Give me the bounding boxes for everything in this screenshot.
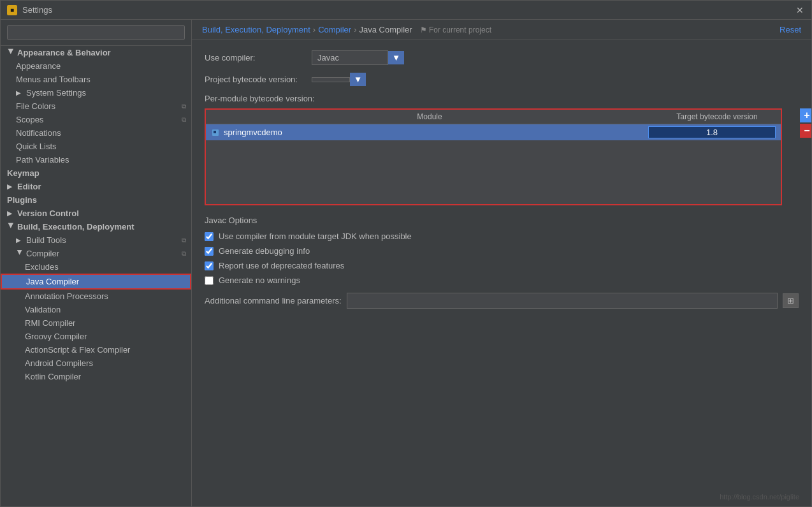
version-cell[interactable]: 1.8 bbox=[648, 126, 776, 138]
project-bytecode-dropdown-btn[interactable]: ▼ bbox=[350, 73, 366, 86]
titlebar: ■ Settings ✕ bbox=[1, 1, 811, 20]
sidebar-item-actionscript[interactable]: ActionScript & Flex Compiler bbox=[1, 343, 191, 356]
sidebar-item-label: Editor bbox=[17, 182, 41, 191]
breadcrumb-sep1: › bbox=[313, 25, 315, 34]
sidebar-item-editor[interactable]: ▶ Editor bbox=[1, 180, 191, 193]
checkbox-no-warnings: Generate no warnings bbox=[205, 276, 799, 285]
sidebar-item-label: Version Control bbox=[17, 209, 79, 218]
cmd-params-button[interactable]: ⊞ bbox=[783, 293, 799, 308]
sidebar-item-plugins[interactable]: Plugins bbox=[1, 193, 191, 207]
sidebar-item-label: File Colors bbox=[16, 101, 55, 111]
sidebar-item-validation[interactable]: Validation bbox=[1, 303, 191, 316]
copy-icon: ⧉ bbox=[182, 237, 186, 244]
sidebar-item-label: Java Compiler bbox=[26, 277, 79, 286]
cmd-params-input[interactable] bbox=[347, 293, 778, 309]
checkbox-use-compiler-jdk: Use compiler from module target JDK when… bbox=[205, 231, 799, 241]
arrow-icon: ▶ bbox=[8, 223, 15, 231]
reset-button[interactable]: Reset bbox=[779, 25, 801, 34]
add-row-button[interactable]: + bbox=[800, 108, 811, 122]
sidebar-item-excludes[interactable]: Excludes bbox=[1, 260, 191, 274]
app-icon: ■ bbox=[7, 5, 17, 15]
sidebar-item-path-variables[interactable]: Path Variables bbox=[1, 153, 191, 166]
sidebar-item-file-colors[interactable]: File Colors ⧉ bbox=[1, 99, 191, 113]
project-bytecode-select[interactable] bbox=[312, 77, 350, 82]
use-compiler-select-container: Javac ▼ bbox=[312, 50, 404, 65]
checkbox-generate-debug: Generate debugging info bbox=[205, 246, 799, 256]
sidebar-item-label: Android Compilers bbox=[25, 358, 93, 368]
sidebar-item-build-exec-deploy[interactable]: ▶ Build, Execution, Deployment bbox=[1, 220, 191, 233]
sidebar-item-label: Quick Lists bbox=[16, 142, 57, 151]
use-compiler-dropdown-btn[interactable]: ▼ bbox=[388, 51, 404, 64]
per-module-table: Module Target bytecode version springmvc… bbox=[205, 108, 782, 205]
sidebar: ▶ Appearance & Behavior Appearance Menus… bbox=[1, 20, 192, 506]
version-col-header: Target bytecode version bbox=[653, 110, 781, 124]
copy-icon: ⧉ bbox=[182, 116, 186, 124]
project-bytecode-select-container: ▼ bbox=[312, 73, 366, 86]
sidebar-item-compiler[interactable]: ▶ Compiler ⧉ bbox=[1, 247, 191, 260]
generate-debug-checkbox[interactable] bbox=[205, 247, 214, 256]
javac-options-title: Javac Options bbox=[205, 216, 799, 225]
search-input[interactable] bbox=[7, 25, 185, 40]
use-compiler-select[interactable]: Javac bbox=[312, 50, 388, 65]
project-bytecode-row: Project bytecode version: ▼ bbox=[205, 73, 799, 86]
watermark: http://blog.csdn.net/piglite bbox=[720, 493, 799, 501]
settings-window: ■ Settings ✕ ▶ Appearance & Behavior App… bbox=[0, 0, 812, 507]
sidebar-tree: ▶ Appearance & Behavior Appearance Menus… bbox=[1, 46, 191, 506]
sidebar-item-label: Plugins bbox=[7, 195, 37, 205]
arrow-icon: ▶ bbox=[16, 89, 24, 96]
sidebar-item-keymap[interactable]: Keymap bbox=[1, 166, 191, 180]
dropdown-arrow-icon: ▼ bbox=[354, 75, 362, 84]
sidebar-item-quick-lists[interactable]: Quick Lists bbox=[1, 140, 191, 153]
table-row[interactable]: springmvcdemo 1.8 bbox=[206, 124, 781, 140]
sidebar-item-label: Appearance & Behavior bbox=[17, 48, 111, 57]
cmd-params-row: Additional command line parameters: ⊞ bbox=[205, 293, 799, 309]
use-compiler-jdk-label: Use compiler from module target JDK when… bbox=[219, 231, 412, 241]
sidebar-item-label: Path Variables bbox=[16, 155, 69, 165]
breadcrumb-build[interactable]: Build, Execution, Deployment bbox=[202, 25, 310, 34]
sidebar-item-appearance-behavior[interactable]: ▶ Appearance & Behavior bbox=[1, 46, 191, 59]
sidebar-item-java-compiler[interactable]: Java Compiler bbox=[1, 274, 191, 290]
breadcrumb-current: Java Compiler bbox=[359, 25, 412, 34]
arrow-icon: ▶ bbox=[16, 237, 24, 244]
sidebar-item-appearance[interactable]: Appearance bbox=[1, 59, 191, 73]
generate-debug-label: Generate debugging info bbox=[219, 246, 310, 256]
sidebar-item-kotlin-compiler[interactable]: Kotlin Compiler bbox=[1, 370, 191, 383]
search-container bbox=[1, 20, 191, 46]
breadcrumb-compiler[interactable]: Compiler bbox=[318, 25, 351, 34]
sidebar-item-scopes[interactable]: Scopes ⧉ bbox=[1, 113, 191, 126]
sidebar-item-version-control[interactable]: ▶ Version Control bbox=[1, 207, 191, 220]
table-empty-area bbox=[206, 140, 781, 204]
sidebar-item-label: Build Tools bbox=[26, 235, 66, 245]
module-col-header: Module bbox=[206, 110, 653, 124]
main-content: ▶ Appearance & Behavior Appearance Menus… bbox=[1, 20, 811, 506]
sidebar-item-label: Appearance bbox=[16, 61, 61, 71]
project-bytecode-label: Project bytecode version: bbox=[205, 75, 307, 84]
sidebar-item-rmi-compiler[interactable]: RMI Compiler bbox=[1, 316, 191, 330]
sidebar-item-groovy-compiler[interactable]: Groovy Compiler bbox=[1, 330, 191, 343]
sidebar-item-label: ActionScript & Flex Compiler bbox=[25, 345, 130, 355]
checkbox-deprecated: Report use of deprecated features bbox=[205, 261, 799, 270]
module-name: springmvcdemo bbox=[224, 128, 648, 137]
deprecated-label: Report use of deprecated features bbox=[219, 261, 344, 270]
sidebar-item-label: Notifications bbox=[16, 128, 61, 138]
sidebar-item-build-tools[interactable]: ▶ Build Tools ⧉ bbox=[1, 233, 191, 247]
sidebar-item-menus-toolbars[interactable]: Menus and Toolbars bbox=[1, 73, 191, 86]
table-header: Module Target bytecode version bbox=[206, 110, 781, 124]
sidebar-item-notifications[interactable]: Notifications bbox=[1, 126, 191, 140]
no-warnings-checkbox[interactable] bbox=[205, 276, 214, 285]
sidebar-item-android-compilers[interactable]: Android Compilers bbox=[1, 356, 191, 370]
no-warnings-label: Generate no warnings bbox=[219, 276, 300, 285]
svg-rect-1 bbox=[214, 131, 216, 133]
use-compiler-jdk-checkbox[interactable] bbox=[205, 232, 214, 241]
sidebar-item-label: Excludes bbox=[25, 262, 59, 272]
sidebar-item-label: Build, Execution, Deployment bbox=[17, 222, 134, 231]
table-actions: + − bbox=[800, 108, 811, 138]
deprecated-checkbox[interactable] bbox=[205, 261, 214, 270]
sidebar-item-system-settings[interactable]: ▶ System Settings bbox=[1, 86, 191, 99]
module-icon bbox=[211, 128, 220, 137]
remove-row-button[interactable]: − bbox=[800, 124, 811, 138]
sidebar-item-annotation-processors[interactable]: Annotation Processors bbox=[1, 290, 191, 303]
window-title: Settings bbox=[22, 5, 52, 15]
arrow-icon: ▶ bbox=[17, 250, 24, 258]
close-button[interactable]: ✕ bbox=[795, 5, 805, 15]
